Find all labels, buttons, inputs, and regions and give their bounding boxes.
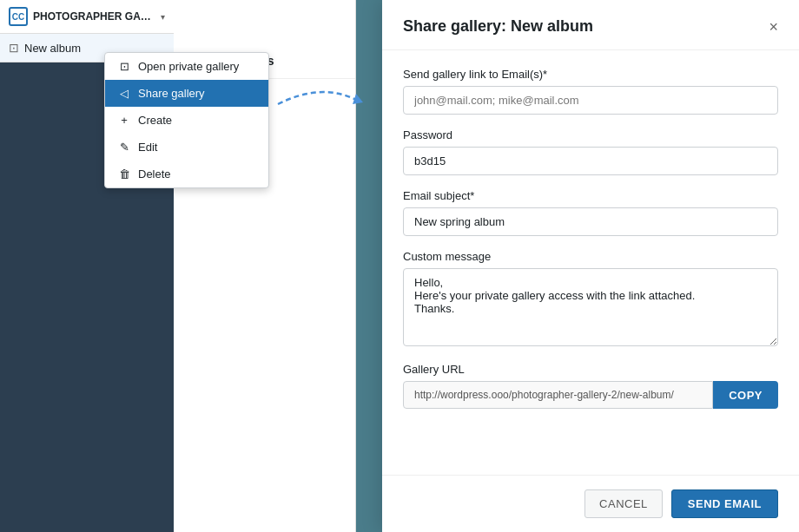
menu-item-create-label: Create <box>138 114 172 127</box>
gallery-url-input[interactable] <box>403 381 713 409</box>
custom-message-textarea[interactable] <box>403 268 778 346</box>
modal-close-button[interactable]: × <box>769 19 778 35</box>
album-icon: ⊡ <box>9 41 19 55</box>
menu-item-open-private-gallery[interactable]: ⊡ Open private gallery <box>105 53 268 80</box>
open-gallery-icon: ⊡ <box>117 60 131 73</box>
sidebar-logo-icon: CC <box>9 7 28 26</box>
share-gallery-modal: Share gallery: New album × Send gallery … <box>382 0 799 532</box>
url-row: COPY <box>403 381 778 409</box>
copy-button[interactable]: COPY <box>713 381 778 409</box>
arrow-indicator <box>269 78 373 130</box>
email-subject-field-group: Email subject* <box>403 189 778 236</box>
send-email-button[interactable]: SEND EMAIL <box>671 489 778 518</box>
modal-title: Share gallery: New album <box>403 17 593 36</box>
cancel-button[interactable]: CANCEL <box>584 489 663 518</box>
menu-item-edit-label: Edit <box>138 141 157 154</box>
plus-icon: + <box>117 114 131 127</box>
gallery-url-field-group: Gallery URL COPY <box>403 363 778 409</box>
custom-message-label: Custom message <box>403 250 778 263</box>
password-label: Password <box>403 128 778 141</box>
menu-item-delete-label: Delete <box>138 167 171 181</box>
modal-body: Send gallery link to Email(s)* Password … <box>382 50 799 475</box>
context-menu: ⊡ Open private gallery ◁ Share gallery +… <box>104 52 269 188</box>
menu-item-share-label: Share gallery <box>138 87 205 100</box>
email-input[interactable] <box>403 86 778 115</box>
trash-icon: 🗑 <box>117 167 131 181</box>
edit-icon: ✎ <box>117 141 131 154</box>
email-label: Send gallery link to Email(s)* <box>403 68 778 81</box>
gallery-url-label: Gallery URL <box>403 363 778 376</box>
modal-header: Share gallery: New album × <box>382 0 799 50</box>
email-field-group: Send gallery link to Email(s)* <box>403 68 778 115</box>
share-icon: ◁ <box>117 87 131 100</box>
modal-footer: CANCEL SEND EMAIL <box>382 475 799 532</box>
email-subject-input[interactable] <box>403 207 778 236</box>
chevron-down-icon: ▾ <box>161 12 165 22</box>
password-input[interactable] <box>403 147 778 175</box>
password-field-group: Password <box>403 128 778 175</box>
menu-item-edit[interactable]: ✎ Edit <box>105 134 268 161</box>
custom-message-field-group: Custom message <box>403 250 778 349</box>
menu-item-open-label: Open private gallery <box>138 60 239 73</box>
email-subject-label: Email subject* <box>403 189 778 202</box>
new-album-label: New album <box>24 42 81 55</box>
menu-item-delete[interactable]: 🗑 Delete <box>105 161 268 187</box>
sidebar-title: PHOTOGRAPHER GALLE... <box>33 10 155 23</box>
sidebar-header[interactable]: CC PHOTOGRAPHER GALLE... ▾ <box>0 0 174 34</box>
menu-item-share-gallery[interactable]: ◁ Share gallery <box>105 80 268 107</box>
menu-item-create[interactable]: + Create <box>105 107 268 134</box>
